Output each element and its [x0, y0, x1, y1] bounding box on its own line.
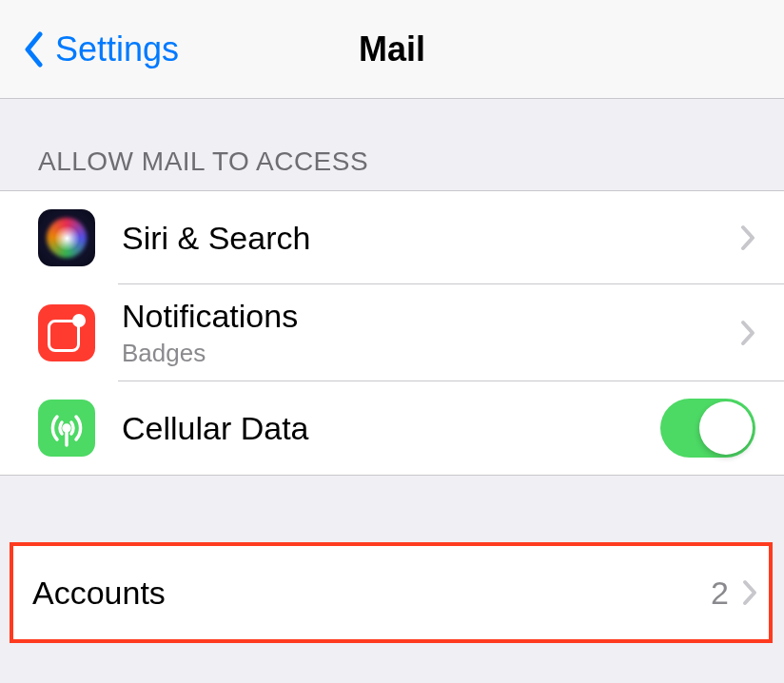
- chevron-left-icon: [23, 31, 44, 68]
- section-header-allow-access: ALLOW MAIL TO ACCESS: [0, 99, 784, 190]
- siri-icon: [38, 209, 95, 266]
- accounts-row[interactable]: Accounts 2: [13, 546, 769, 639]
- siri-search-row[interactable]: Siri & Search: [0, 191, 784, 284]
- accounts-label: Accounts: [32, 575, 711, 612]
- siri-search-label: Siri & Search: [122, 220, 740, 257]
- back-label: Settings: [55, 29, 179, 69]
- cellular-icon: [38, 400, 95, 457]
- accounts-group: Accounts 2: [10, 542, 773, 643]
- chevron-right-icon: [740, 320, 755, 346]
- navigation-bar: Settings Mail: [0, 0, 784, 99]
- chevron-right-icon: [740, 224, 755, 251]
- page-title: Mail: [359, 29, 425, 69]
- cellular-data-row: Cellular Data: [0, 381, 784, 475]
- accounts-count: 2: [711, 575, 729, 612]
- notifications-row[interactable]: Notifications Badges: [0, 284, 784, 381]
- notifications-label: Notifications: [122, 298, 740, 335]
- cellular-data-switch[interactable]: [660, 399, 755, 458]
- notifications-subtitle: Badges: [122, 339, 740, 368]
- access-group: Siri & Search Notifications Badges: [0, 190, 784, 476]
- chevron-right-icon: [742, 579, 757, 606]
- notifications-icon: [38, 304, 95, 361]
- back-button[interactable]: Settings: [0, 29, 179, 69]
- cellular-data-label: Cellular Data: [122, 410, 660, 447]
